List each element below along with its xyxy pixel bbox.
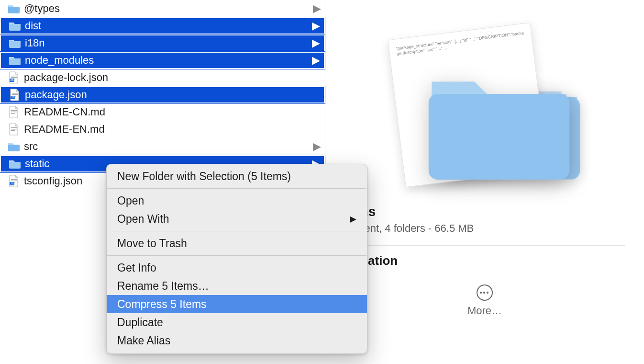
- menu-item-label: Compress 5 Items: [117, 298, 356, 311]
- svg-rect-21: [9, 162, 21, 169]
- chevron-right-icon: ▶: [312, 2, 321, 15]
- more-label: More…: [467, 305, 502, 317]
- more-button[interactable]: ••• More…: [467, 284, 502, 317]
- file-row--types[interactable]: @types▶: [0, 0, 325, 17]
- menu-item-get-info[interactable]: Get Info: [107, 259, 367, 277]
- svg-rect-9: [12, 93, 18, 93]
- menu-separator: [107, 188, 366, 189]
- file-name-label: README-EN.md: [24, 123, 312, 136]
- svg-text:JS: JS: [10, 79, 13, 81]
- context-menu: New Folder with Selection (5 Items)OpenO…: [106, 164, 367, 354]
- menu-item-label: Duplicate: [117, 316, 356, 329]
- menu-item-duplicate[interactable]: Duplicate: [107, 313, 367, 331]
- svg-rect-4: [11, 76, 17, 76]
- svg-rect-20: [8, 145, 20, 151]
- file-row-i18n[interactable]: i18n▶: [0, 34, 325, 52]
- file-name-label: README-CN.md: [24, 106, 312, 118]
- json-file-icon: JS: [8, 89, 22, 101]
- svg-rect-23: [11, 181, 17, 181]
- chevron-right-icon: ▶: [312, 140, 321, 153]
- menu-item-label: Open: [117, 194, 356, 207]
- file-name-label: package-lock.json: [24, 71, 312, 84]
- file-name-label: src: [24, 140, 312, 153]
- document-icon: [7, 123, 21, 136]
- svg-rect-3: [9, 58, 21, 65]
- svg-rect-18: [11, 129, 17, 129]
- menu-separator: [107, 255, 366, 256]
- file-row-readme-cn-md[interactable]: README-CN.md: [0, 103, 325, 121]
- menu-item-label: Get Info: [117, 262, 356, 274]
- folder-icon: [7, 141, 21, 152]
- folder-icon: [8, 55, 22, 66]
- svg-rect-17: [11, 127, 17, 128]
- folder-icon: [422, 62, 576, 187]
- folder-icon: [7, 3, 21, 14]
- file-name-label: package.json: [25, 89, 311, 101]
- svg-rect-5: [11, 77, 17, 78]
- menu-item-new-folder-with-selection-5-items[interactable]: New Folder with Selection (5 Items): [107, 167, 367, 185]
- file-name-label: @types: [24, 2, 312, 15]
- preview-title: tems: [344, 204, 625, 219]
- menu-item-make-alias[interactable]: Make Alias: [107, 331, 367, 350]
- preview-pane: "package_structure" "version": {...} "id…: [325, 0, 644, 364]
- preview-subtitle: cument, 4 folders - 66.5 MB: [344, 222, 625, 235]
- svg-rect-19: [11, 130, 15, 131]
- menu-item-label: Move to Trash: [117, 237, 356, 250]
- file-row-package-lock-json[interactable]: JSpackage-lock.json: [0, 69, 325, 86]
- file-name-label: dist: [25, 20, 311, 32]
- menu-item-compress-5-items[interactable]: Compress 5 Items: [107, 295, 367, 313]
- json-file-icon: JS: [7, 175, 21, 187]
- information-section-label: ormation: [344, 253, 625, 268]
- chevron-right-icon: ▶: [311, 37, 320, 49]
- submenu-arrow-icon: ▶: [350, 214, 356, 224]
- file-name-label: i18n: [25, 37, 311, 49]
- svg-rect-22: [11, 179, 17, 180]
- svg-rect-10: [12, 94, 18, 95]
- file-row-readme-en-md[interactable]: README-EN.md: [0, 121, 325, 138]
- ellipsis-icon: •••: [477, 284, 493, 301]
- menu-item-label: Rename 5 Items…: [117, 280, 356, 293]
- svg-rect-15: [11, 112, 17, 112]
- folder-icon: [8, 159, 22, 169]
- svg-rect-2: [9, 41, 21, 48]
- divider: [344, 245, 625, 246]
- file-row-node-modules[interactable]: node_modules▶: [0, 52, 325, 69]
- chevron-right-icon: ▶: [311, 20, 320, 32]
- menu-item-label: Make Alias: [117, 334, 356, 347]
- svg-rect-14: [11, 110, 17, 111]
- folder-icon: [8, 38, 22, 48]
- svg-text:JS: JS: [10, 182, 13, 185]
- svg-text:JS: JS: [11, 96, 14, 99]
- preview-thumbnail: "package_structure" "version": {...} "id…: [344, 14, 625, 201]
- file-row-package-json[interactable]: JSpackage.json: [0, 86, 325, 103]
- document-icon: [7, 106, 21, 118]
- chevron-right-icon: ▶: [311, 54, 320, 67]
- menu-item-move-to-trash[interactable]: Move to Trash: [107, 234, 367, 252]
- file-row-dist[interactable]: dist▶: [0, 17, 325, 34]
- file-name-label: node_modules: [25, 54, 311, 67]
- svg-rect-29: [429, 94, 569, 180]
- menu-item-open-with[interactable]: Open With▶: [107, 210, 367, 228]
- menu-item-rename-5-items[interactable]: Rename 5 Items…: [107, 277, 367, 295]
- menu-item-label: Open With: [117, 213, 350, 226]
- menu-separator: [107, 231, 366, 231]
- svg-rect-0: [8, 7, 20, 13]
- menu-item-open[interactable]: Open: [107, 192, 367, 210]
- file-row-src[interactable]: src▶: [0, 138, 325, 155]
- menu-item-label: New Folder with Selection (5 Items): [117, 170, 356, 183]
- svg-rect-16: [11, 113, 15, 114]
- svg-rect-1: [9, 24, 21, 31]
- folder-icon: [8, 21, 22, 31]
- json-file-icon: JS: [7, 71, 21, 84]
